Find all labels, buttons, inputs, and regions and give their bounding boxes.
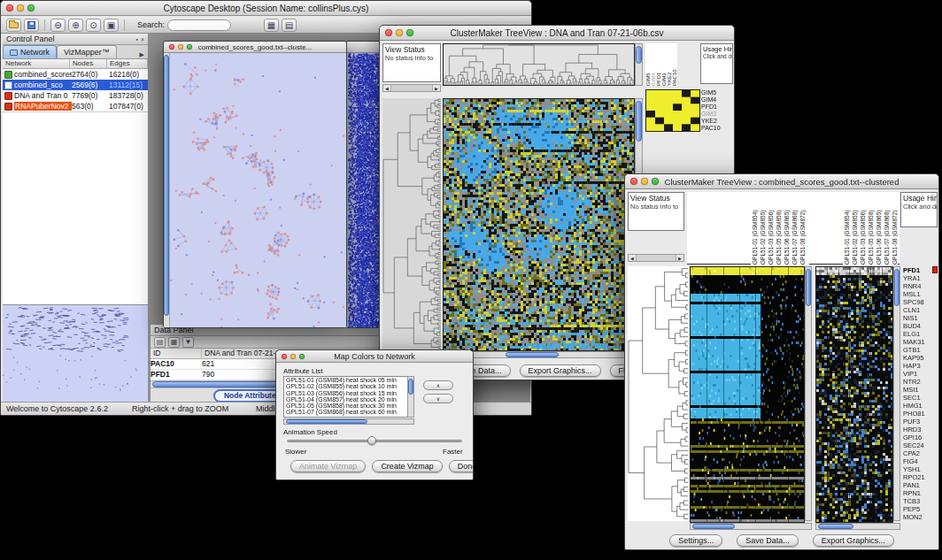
attribute-list-vscrollbar[interactable] bbox=[407, 376, 414, 418]
gene-label[interactable]: MSL1 bbox=[903, 290, 938, 298]
dendro-vscrollbar[interactable] bbox=[635, 43, 643, 86]
treeview-button[interactable]: Settings... bbox=[669, 534, 722, 547]
close-button[interactable] bbox=[385, 29, 392, 36]
heatmap2-hscrollbar[interactable] bbox=[815, 523, 900, 530]
attribute-list-hscrollbar[interactable] bbox=[283, 418, 414, 425]
gene-label[interactable]: HAP3 bbox=[903, 362, 938, 370]
treeview-button[interactable]: Export Graphics... bbox=[520, 364, 601, 377]
gene-label[interactable]: YRA1 bbox=[903, 274, 938, 282]
gene-label[interactable]: CPA2 bbox=[903, 449, 938, 457]
gene-label[interactable]: PHO81 bbox=[903, 410, 938, 418]
gene-label[interactable]: BUD4 bbox=[903, 322, 938, 330]
gene-label[interactable]: SEC24 bbox=[903, 441, 938, 449]
gene-label[interactable]: CLN1 bbox=[903, 306, 938, 314]
minimize-button[interactable] bbox=[17, 4, 24, 12]
zoom-out-icon[interactable] bbox=[50, 19, 66, 32]
matrix-gene-label[interactable]: YKE2 bbox=[701, 118, 734, 125]
main-titlebar[interactable]: Cytoscape Desktop (Session Name: collins… bbox=[1, 1, 531, 16]
network-vscrollbar[interactable] bbox=[164, 53, 170, 327]
gene-label[interactable]: YSH1 bbox=[903, 465, 938, 473]
zoom-button[interactable] bbox=[406, 29, 413, 36]
zoom-fit-icon[interactable] bbox=[104, 19, 119, 32]
move-down-button[interactable]: ∨ bbox=[423, 394, 453, 403]
zoom-button[interactable] bbox=[187, 44, 192, 50]
gene-label[interactable]: NTR2 bbox=[903, 378, 938, 386]
attribute-functions-icon[interactable] bbox=[182, 337, 194, 348]
scroll-right-icon[interactable] bbox=[432, 85, 440, 91]
zoom-actual-icon[interactable] bbox=[86, 19, 101, 32]
zoom-in-icon[interactable] bbox=[68, 19, 83, 32]
attribute-item[interactable]: GPL51-03 (GSM856) heat shock 15 min bbox=[284, 390, 413, 396]
attribute-item[interactable]: GPL51-04 (GSM857) heat shock 20 min bbox=[284, 396, 413, 403]
gene-label[interactable]: RNR4 bbox=[903, 282, 938, 290]
gene-label[interactable]: HRD3 bbox=[903, 426, 938, 433]
heatmap-canvas[interactable] bbox=[443, 98, 635, 351]
treeview-combined-titlebar[interactable]: ClusterMaker TreeView : combined_scores_… bbox=[625, 174, 938, 189]
search-input[interactable] bbox=[167, 19, 231, 31]
minimize-button[interactable] bbox=[396, 29, 403, 36]
dendro-h-scrollbar[interactable] bbox=[382, 84, 441, 92]
network-row[interactable]: RNAPuberNov2 563(0) 107847(0) bbox=[3, 101, 148, 111]
gene-label[interactable]: ELG1 bbox=[903, 330, 938, 338]
gene-label[interactable]: NIS1 bbox=[903, 314, 938, 322]
table-mode-icon[interactable] bbox=[168, 337, 180, 348]
minimize-button[interactable] bbox=[641, 178, 648, 185]
move-up-button[interactable]: ∧ bbox=[423, 380, 453, 390]
float-panel-icon[interactable] bbox=[135, 36, 137, 42]
gene-label[interactable]: GTB1 bbox=[903, 346, 938, 354]
attribute-item[interactable]: GPL51-02 (GSM855) heat shock 10 min bbox=[284, 383, 413, 389]
attribute-item[interactable]: GPL51-05 (GSM858) heat shock 30 min bbox=[284, 403, 413, 409]
minimize-button[interactable] bbox=[290, 354, 296, 359]
gene-label[interactable]: HMG1 bbox=[903, 402, 938, 410]
tab-overflow-arrow[interactable] bbox=[136, 51, 148, 58]
network-row[interactable]: DNA and Tran 0 7769(0) 183728(0) bbox=[3, 90, 148, 101]
open-file-button[interactable] bbox=[6, 19, 21, 32]
scroll-track[interactable] bbox=[637, 255, 676, 261]
gene-label[interactable]: FIG4 bbox=[903, 457, 938, 465]
attribute-item[interactable]: GPL51-07 (GSM868) heat shock 60 min bbox=[284, 409, 413, 415]
select-attributes-icon[interactable] bbox=[154, 337, 166, 348]
treeview-dna-titlebar[interactable]: ClusterMaker TreeView : DNA and Tran 07-… bbox=[380, 26, 734, 41]
scroll-left-icon[interactable] bbox=[383, 85, 391, 91]
zoom-button[interactable] bbox=[299, 354, 305, 359]
matrix-gene-label[interactable]: GIM4 bbox=[701, 96, 734, 104]
matrix-gene-label[interactable]: GIM3 bbox=[701, 111, 734, 118]
zoom-button[interactable] bbox=[652, 178, 659, 185]
treeview-button[interactable]: Save Data... bbox=[737, 534, 799, 547]
map-colors-titlebar[interactable]: Map Colors to Network bbox=[276, 350, 473, 363]
close-button[interactable] bbox=[169, 44, 174, 50]
save-button[interactable] bbox=[24, 19, 39, 32]
network-graph-canvas[interactable] bbox=[170, 53, 346, 327]
gene-label[interactable]: SEC1 bbox=[903, 394, 938, 402]
annotation-icon[interactable] bbox=[264, 19, 279, 32]
done-button[interactable]: Done bbox=[449, 460, 474, 472]
network-row[interactable]: combined_scores 2764(0) 16218(0) bbox=[3, 69, 148, 80]
gene-label[interactable]: GPI16 bbox=[903, 433, 938, 441]
network-overview-canvas[interactable] bbox=[3, 305, 147, 402]
network-hairball-canvas[interactable] bbox=[346, 53, 380, 327]
dendro-h-scrollbar[interactable] bbox=[628, 254, 684, 262]
network-view-titlebar[interactable]: combined_scores_good.txt--cluste... bbox=[164, 42, 346, 53]
column-dendrogram-canvas[interactable] bbox=[443, 43, 635, 86]
gene-label[interactable]: RPO21 bbox=[903, 473, 938, 481]
gene-label[interactable]: MAK31 bbox=[903, 338, 938, 346]
speed-slider-thumb[interactable] bbox=[367, 436, 376, 445]
gene-label[interactable]: TCB3 bbox=[903, 497, 938, 505]
minimize-button[interactable] bbox=[178, 44, 183, 50]
treeview-button[interactable]: Export Graphics... bbox=[813, 534, 894, 547]
close-button[interactable] bbox=[630, 178, 637, 185]
row-dendrogram-canvas[interactable] bbox=[382, 98, 441, 349]
gene-label[interactable]: SPC98 bbox=[903, 298, 938, 306]
scroll-track[interactable] bbox=[391, 85, 432, 91]
gene-label[interactable]: VIP1 bbox=[903, 370, 938, 378]
gene-label[interactable]: PUF3 bbox=[903, 418, 938, 426]
network-row-selected[interactable]: combined_sco 2569(6) 13112(15) bbox=[3, 80, 148, 90]
heatmap-canvas[interactable] bbox=[690, 266, 805, 523]
tab-vizmapper[interactable]: VizMapper™ bbox=[57, 45, 117, 58]
gene-label[interactable]: KAP95 bbox=[903, 354, 938, 362]
close-button[interactable] bbox=[282, 354, 287, 359]
gene-label[interactable]: RPN1 bbox=[903, 489, 938, 497]
close-panel-icon[interactable] bbox=[141, 36, 144, 42]
heatmap-vscrollbar[interactable] bbox=[805, 266, 812, 521]
matrix-gene-label[interactable]: PAC10 bbox=[701, 125, 734, 132]
